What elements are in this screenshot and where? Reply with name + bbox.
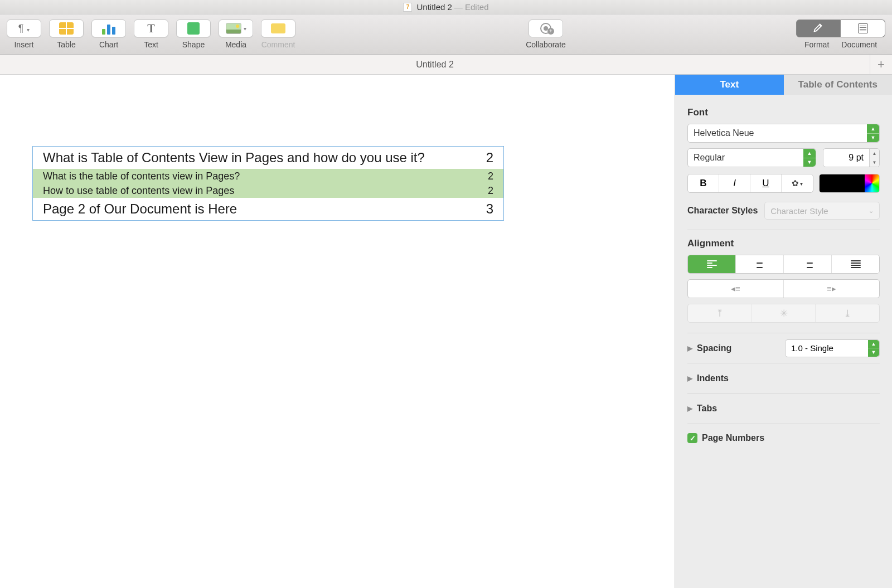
toc-page: 3 [486, 201, 493, 217]
align-justify-button[interactable] [832, 255, 879, 273]
shape-icon [187, 22, 200, 35]
font-style-select[interactable]: Regular ▲▼ [687, 148, 816, 167]
underline-button[interactable]: U [750, 174, 782, 192]
document-icon: 7 [403, 3, 412, 12]
align-right-button[interactable] [784, 255, 832, 273]
align-left-button[interactable] [688, 255, 736, 273]
disclosure-arrow-icon: ▶ [687, 375, 692, 382]
increase-indent-button[interactable]: ≡▸ [784, 280, 879, 298]
italic-button[interactable]: I [719, 174, 750, 192]
valign-middle-button: ✳ [752, 304, 816, 322]
inspector-sidebar: Text Table of Contents Font Helvetica Ne… [675, 75, 892, 588]
align-center-button[interactable] [736, 255, 784, 273]
window-title: Untitled 2 [416, 2, 452, 12]
disclosure-arrow-icon: ▶ [687, 405, 692, 412]
window-title-bar: 7 Untitled 2 — Edited [0, 0, 892, 14]
spacing-disclosure[interactable]: ▶Spacing 1.0 - Single ▲▼ [687, 333, 880, 363]
checkmark-icon: ✓ [687, 433, 697, 443]
toc-row[interactable]: What is Table of Contents View in Pages … [33, 147, 503, 169]
insert-button[interactable]: ¶▾ Insert [7, 20, 41, 49]
text-color-button[interactable] [819, 174, 880, 193]
outdent-icon: ◂≡ [731, 284, 740, 293]
toc-page: 2 [486, 150, 493, 166]
spacing-select[interactable]: 1.0 - Single ▲▼ [785, 339, 880, 357]
align-top-icon: ⤒ [716, 308, 724, 319]
document-lines-icon [858, 23, 868, 33]
size-stepper-icon[interactable]: ▲▼ [869, 149, 879, 167]
disclosure-arrow-icon: ▶ [687, 344, 692, 352]
media-button[interactable]: ▾ Media [219, 20, 253, 49]
toc-title: Page 2 of Our Document is Here [43, 201, 237, 217]
chevron-down-icon: ▾ [244, 26, 246, 32]
valign-bottom-button: ⤓ [816, 304, 879, 322]
plus-badge-icon: + [547, 28, 554, 35]
text-icon: T [147, 21, 154, 36]
sidebar-tab-text[interactable]: Text [675, 75, 784, 95]
new-tab-button[interactable]: + [870, 55, 892, 74]
page-numbers-checkbox[interactable]: ✓ Page Numbers [687, 433, 880, 443]
toc-title: What is Table of Contents View in Pages … [43, 150, 425, 166]
indent-icon: ≡▸ [827, 284, 836, 293]
text-options-button[interactable]: ✿▾ [782, 174, 813, 192]
toc-page: 2 [488, 185, 493, 197]
format-view-button[interactable] [796, 20, 841, 37]
pilcrow-icon: ¶▾ [18, 23, 30, 35]
toc-page: 2 [488, 171, 493, 182]
tabs-disclosure[interactable]: ▶Tabs [687, 393, 880, 424]
toc-title: What is the table of contents view in Pa… [43, 171, 240, 182]
text-button[interactable]: T Text [134, 20, 168, 49]
select-stepper-icon: ▲▼ [803, 149, 816, 167]
chevron-down-icon: ▾ [27, 27, 30, 33]
paintbrush-icon [812, 21, 825, 36]
toc-row[interactable]: What is the table of contents view in Pa… [33, 169, 503, 183]
chart-icon [102, 22, 115, 35]
shape-button[interactable]: Shape [176, 20, 211, 49]
indents-disclosure[interactable]: ▶Indents [687, 363, 880, 393]
collaborate-button[interactable]: + Collaborate [526, 20, 566, 49]
document-canvas[interactable]: What is Table of Contents View in Pages … [0, 75, 675, 588]
decrease-indent-button[interactable]: ◂≡ [688, 280, 784, 298]
comment-icon [271, 23, 285, 33]
character-styles-label: Character Styles [687, 206, 758, 216]
alignment-section-title: Alignment [687, 238, 880, 249]
chevron-down-icon: ⌄ [869, 207, 874, 215]
color-picker-icon[interactable] [865, 174, 879, 192]
chart-button[interactable]: Chart [91, 20, 126, 49]
tab-untitled-2[interactable]: Untitled 2 [0, 55, 870, 74]
toc-title: How to use table of contents view in Pag… [43, 185, 234, 197]
select-stepper-icon: ▲▼ [868, 340, 879, 357]
gear-icon: ✿ [792, 178, 799, 188]
color-swatch [820, 174, 865, 192]
sidebar-tab-toc[interactable]: Table of Contents [784, 75, 893, 95]
align-bottom-icon: ⤓ [843, 308, 851, 319]
font-section-title: Font [687, 107, 880, 118]
comment-button[interactable]: Comment [261, 20, 295, 49]
font-size-field[interactable]: 9 pt ▲▼ [823, 148, 880, 167]
document-tabbar: Untitled 2 + [0, 55, 892, 75]
document-view-button[interactable] [841, 20, 885, 37]
horizontal-alignment-segmented [687, 255, 880, 274]
select-stepper-icon: ▲▼ [867, 124, 879, 142]
chevron-down-icon: ▾ [800, 181, 803, 187]
main-toolbar: ¶▾ Insert Table Chart T Text Shape ▾ Med… [0, 14, 892, 55]
bold-button[interactable]: B [688, 174, 719, 192]
media-icon [226, 23, 241, 34]
character-style-select[interactable]: Character Style ⌄ [764, 202, 880, 220]
table-button[interactable]: Table [49, 20, 84, 49]
window-edited: — Edited [454, 2, 489, 12]
font-family-select[interactable]: Helvetica Neue ▲▼ [687, 124, 880, 143]
toc-row[interactable]: How to use table of contents view in Pag… [33, 183, 503, 198]
toc-selection[interactable]: What is Table of Contents View in Pages … [32, 146, 504, 221]
toc-row[interactable]: Page 2 of Our Document is Here 3 [33, 198, 503, 220]
align-middle-icon: ✳ [780, 308, 788, 319]
valign-top-button: ⤒ [688, 304, 752, 322]
table-icon [59, 22, 74, 35]
